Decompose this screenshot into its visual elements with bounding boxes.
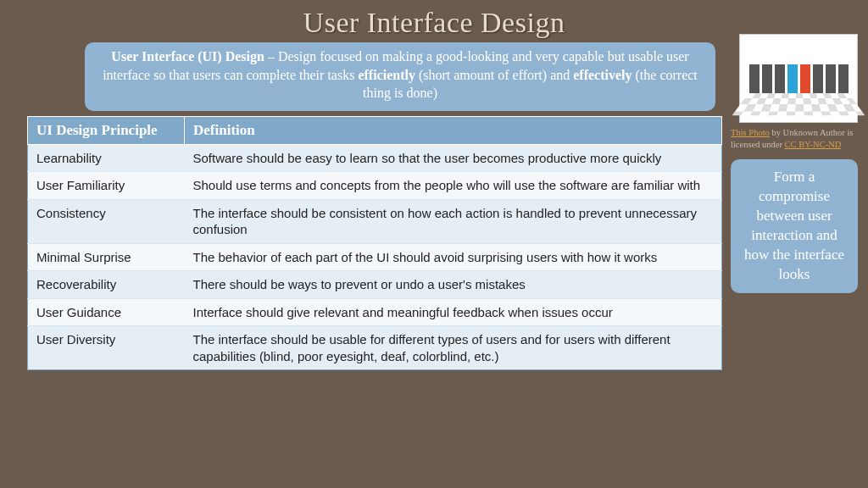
cell-definition: Should use terms and concepts from the p… — [185, 172, 722, 200]
col-header-principle: UI Design Principle — [28, 116, 185, 144]
person-icon — [787, 64, 798, 93]
person-icon — [813, 64, 823, 93]
page-title: User Interface Design — [0, 0, 868, 39]
side-callout: Form a compromise between user interacti… — [731, 159, 858, 293]
table-row: User GuidanceInterface should give relev… — [28, 298, 722, 326]
cell-definition: The interface should be usable for diffe… — [185, 326, 722, 370]
table-row: LearnabilitySoftware should be easy to l… — [28, 144, 722, 172]
image-attribution: This Photo by Unknown Author is licensed… — [731, 127, 858, 150]
cell-principle: User Guidance — [28, 298, 185, 326]
col-header-definition: Definition — [185, 116, 722, 144]
table-row: User DiversityThe interface should be us… — [28, 326, 722, 370]
cell-principle: Minimal Surprise — [28, 243, 185, 271]
cell-principle: User Familiarity — [28, 172, 185, 200]
table-row: RecoverabilityThere should be ways to pr… — [28, 271, 722, 299]
cell-definition: The interface should be consistent on ho… — [185, 199, 722, 243]
cell-definition: Interface should give relevant and meani… — [185, 298, 722, 326]
cell-definition: There should be ways to prevent or undo … — [185, 271, 722, 299]
intro-eff2: effectively — [573, 68, 632, 82]
table-row: ConsistencyThe interface should be consi… — [28, 199, 722, 243]
cell-principle: Recoverability — [28, 271, 185, 299]
person-icon — [800, 64, 810, 93]
cell-definition: Software should be easy to learn so that… — [185, 144, 722, 172]
person-icon — [838, 64, 849, 93]
intro-eff1: efficiently — [358, 68, 415, 82]
person-icon — [826, 64, 836, 93]
attribution-link-photo[interactable]: This Photo — [731, 128, 770, 137]
attribution-link-license[interactable]: CC BY-NC-ND — [785, 140, 842, 149]
cell-principle: Learnability — [28, 144, 185, 172]
intro-lead: User Interface (UI) Design — [111, 49, 264, 64]
intro-text-2: (short amount of effort) and — [415, 68, 573, 82]
person-icon — [762, 64, 772, 93]
intro-callout: User Interface (UI) Design – Design focu… — [85, 42, 715, 111]
cell-definition: The behavior of each part of the UI shou… — [185, 243, 722, 271]
person-icon — [749, 64, 760, 93]
cell-principle: User Diversity — [28, 326, 185, 370]
table-row: User FamiliarityShould use terms and con… — [28, 172, 722, 200]
decorative-image — [739, 34, 858, 123]
cell-principle: Consistency — [28, 199, 185, 243]
principles-table: UI Design Principle Definition Learnabil… — [27, 116, 722, 371]
person-icon — [775, 64, 785, 93]
table-row: Minimal SurpriseThe behavior of each par… — [28, 243, 722, 271]
